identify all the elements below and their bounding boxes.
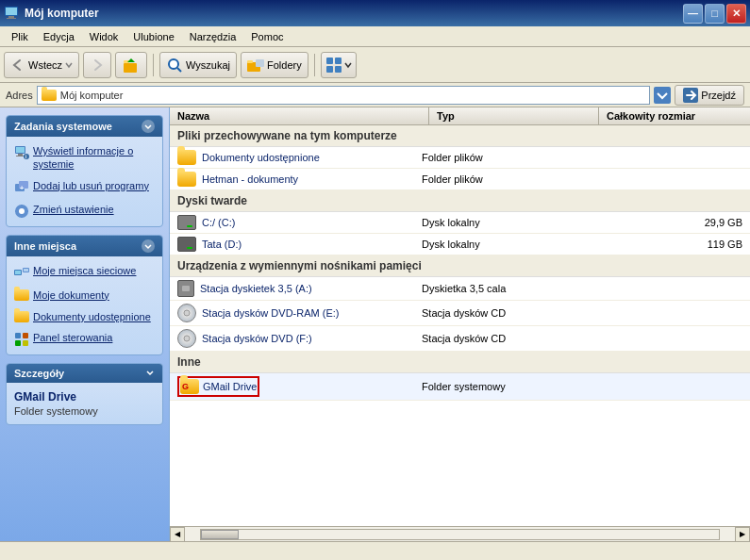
titlebar-left: Mój komputer	[4, 6, 99, 21]
table-row[interactable]: C:/ (C:) Dysk lokalny 29,9 GB	[170, 212, 750, 234]
panel-icon	[14, 332, 29, 347]
svg-rect-14	[335, 66, 342, 73]
col-header-size[interactable]: Całkowity rozmiar	[599, 107, 750, 124]
sidebar-inne-header[interactable]: Inne miejsca	[7, 236, 162, 256]
svg-rect-11	[326, 58, 333, 64]
svg-rect-20	[16, 156, 25, 156]
window-title: Mój komputer	[25, 7, 99, 20]
menu-edycja[interactable]: Edycja	[36, 29, 82, 44]
go-button[interactable]: Przejdź	[675, 85, 744, 106]
details-expand-icon	[145, 368, 155, 379]
svg-rect-39	[23, 340, 28, 346]
address-value: Mój komputer	[60, 90, 124, 101]
menu-pomoc[interactable]: Pomoc	[243, 29, 291, 44]
col-header-name[interactable]: Nazwa	[170, 107, 429, 124]
table-row[interactable]: GMail Drive Folder systemowy	[170, 373, 750, 401]
dvd-icon	[177, 304, 196, 322]
details-header[interactable]: Szczegóły	[7, 364, 162, 383]
svg-rect-36	[15, 333, 21, 338]
zadania-expand-icon	[142, 120, 155, 133]
svg-rect-18	[16, 147, 25, 153]
gmail-drive-item: GMail Drive	[177, 376, 259, 397]
back-arrow-icon	[10, 58, 25, 73]
sidebar-link-shared-docs[interactable]: Dokumenty udostępnione	[10, 307, 158, 325]
section-inne: Inne	[170, 352, 750, 373]
sidebar-link-network[interactable]: Moje miejsca sieciowe	[10, 262, 158, 282]
settings-icon	[14, 204, 29, 219]
gmail-selection-border: GMail Drive	[177, 376, 259, 397]
sidebar-zadania-header[interactable]: Zadania systemowe	[7, 116, 162, 137]
table-row[interactable]: Dokumenty udostępnione Folder plików	[170, 147, 750, 169]
zadania-content: i Wyświetl informacje o systemie + Dodaj…	[7, 137, 162, 226]
sidebar: Zadania systemowe i	[0, 107, 170, 541]
details-content: GMail Drive Folder systemowy	[7, 383, 162, 424]
scroll-track[interactable]	[200, 529, 720, 540]
forward-button[interactable]	[83, 52, 111, 78]
up-folder-icon	[122, 56, 141, 74]
detail-item-name: GMail Drive	[14, 390, 155, 404]
menubar: Plik Edycja Widok Ulubione Narzędzia Pom…	[0, 26, 750, 47]
search-button[interactable]: Wyszukaj	[159, 52, 237, 78]
table-row[interactable]: Stacja dysków DVD (F:) Stacja dysków CD	[170, 326, 750, 352]
sidebar-link-panel[interactable]: Panel sterowania	[10, 329, 158, 349]
folder-icon	[177, 172, 196, 187]
svg-line-7	[177, 68, 181, 72]
file-name-cell: C:/ (C:)	[177, 215, 422, 230]
section-wymienne: Urządzenia z wymiennymi nośnikami pamięc…	[170, 255, 750, 277]
svg-rect-35	[24, 269, 28, 272]
svg-rect-3	[7, 18, 16, 19]
section-dyski: Dyski twarde	[170, 190, 750, 212]
toolbar-separator	[153, 54, 154, 76]
close-button[interactable]: ✕	[726, 4, 746, 24]
back-button[interactable]: Wstecz	[4, 52, 79, 78]
menu-narzedzia[interactable]: Narzędzia	[182, 29, 244, 44]
folders-button[interactable]: Foldery	[241, 52, 308, 78]
svg-rect-33	[15, 271, 21, 274]
menu-ulubione[interactable]: Ulubione	[125, 29, 181, 44]
maximize-button[interactable]: □	[705, 4, 725, 24]
my-docs-icon	[14, 289, 29, 301]
column-headers: Nazwa Typ Całkowity rozmiar	[170, 107, 750, 125]
svg-rect-12	[335, 58, 342, 64]
folders-icon	[247, 58, 264, 73]
table-row[interactable]: Stacja dysków DVD-RAM (E:) Stacja dysków…	[170, 301, 750, 326]
svg-rect-2	[8, 16, 14, 18]
file-name-cell: Dokumenty udostępnione	[177, 150, 422, 165]
scroll-left-arrow[interactable]: ◀	[170, 527, 185, 542]
address-dropdown-icon[interactable]	[654, 87, 671, 104]
address-input-wrapper: Mój komputer	[37, 86, 651, 105]
svg-rect-1	[6, 8, 17, 15]
floppy-icon	[177, 280, 194, 297]
addressbar: Adres Mój komputer Przejdź	[0, 83, 750, 107]
svg-rect-10	[256, 59, 264, 67]
svg-rect-37	[23, 333, 28, 338]
detail-item-type: Folder systemowy	[14, 405, 155, 417]
menu-plik[interactable]: Plik	[4, 29, 36, 44]
network-icon	[14, 265, 29, 280]
sidebar-link-add-remove[interactable]: + Dodaj lub usuń programy	[10, 177, 158, 197]
menu-widok[interactable]: Widok	[82, 29, 126, 44]
sidebar-link-my-docs[interactable]: Moje dokumenty	[10, 286, 158, 304]
toolbar: Wstecz Wyszukaj Foldery	[0, 47, 750, 83]
address-label: Adres	[6, 90, 33, 101]
svg-rect-28	[21, 205, 23, 207]
table-row[interactable]: Stacja dyskietek 3,5 (A:) Dyskietka 3,5 …	[170, 277, 750, 301]
file-name-cell: Stacja dysków DVD (F:)	[177, 329, 422, 348]
views-button[interactable]	[321, 52, 357, 78]
svg-text:+: +	[20, 184, 25, 192]
content-padding	[170, 401, 750, 476]
scroll-right-arrow[interactable]: ▶	[735, 527, 750, 542]
minimize-button[interactable]: —	[683, 4, 703, 24]
table-row[interactable]: Hetman - dokumenty Folder plików	[170, 169, 750, 190]
file-name-cell: Tata (D:)	[177, 237, 422, 252]
svg-rect-15	[654, 87, 671, 104]
sidebar-link-settings[interactable]: Zmień ustawienie	[10, 201, 158, 221]
up-button[interactable]	[115, 52, 147, 78]
table-row[interactable]: Tata (D:) Dysk lokalny 119 GB	[170, 234, 750, 255]
svg-rect-31	[25, 210, 28, 212]
titlebar: Mój komputer — □ ✕	[0, 0, 750, 26]
sidebar-link-system-info[interactable]: i Wyświetl informacje o systemie	[10, 142, 158, 173]
scroll-thumb[interactable]	[201, 530, 239, 539]
horizontal-scrollbar[interactable]: ◀ ▶	[170, 526, 750, 541]
col-header-type[interactable]: Typ	[429, 107, 599, 124]
